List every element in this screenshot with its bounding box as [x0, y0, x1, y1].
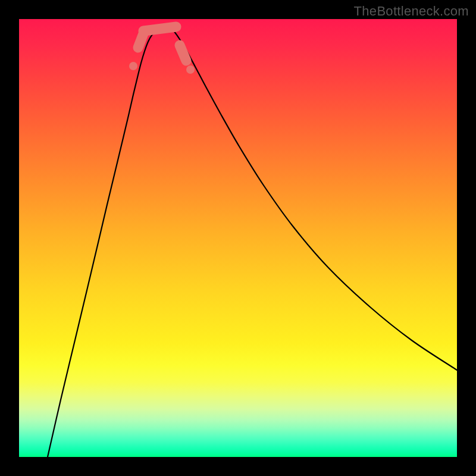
- valley-marker-capsule: [180, 45, 186, 61]
- valley-marker-dot: [186, 65, 195, 74]
- curve-group: [48, 25, 457, 457]
- left-curve: [48, 25, 168, 457]
- valley-marker-group: [129, 27, 195, 74]
- plot-area: [19, 19, 457, 457]
- valley-marker-dot: [129, 62, 137, 70]
- right-curve: [168, 25, 457, 370]
- chart-frame: TheBottleneck.com: [0, 0, 476, 476]
- watermark-text: TheBottleneck.com: [354, 4, 469, 19]
- curves-svg: [19, 19, 457, 457]
- valley-marker-capsule: [138, 32, 144, 48]
